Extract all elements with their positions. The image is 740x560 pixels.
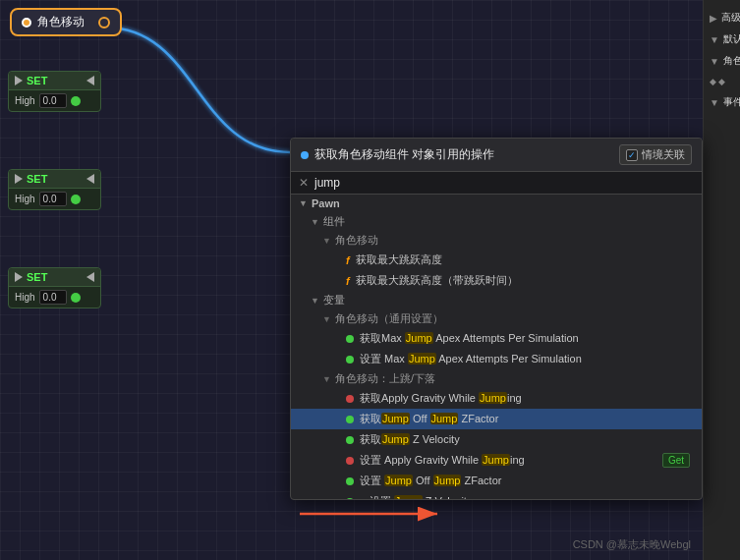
popup-header-dot (301, 151, 309, 159)
dot-jump-z-vel (346, 436, 354, 444)
set-node-1: SET High 0.0 (8, 71, 101, 112)
set-node-2-high-label: High (15, 194, 35, 204)
item-label-get-max-apex: 获取Max Jump Apex Attempts Per Simulation (360, 331, 579, 346)
get-badge: Get (662, 453, 690, 468)
sidebar-item-advanced[interactable]: ▶ 高级 (704, 8, 740, 28)
section-components[interactable]: ▼ 组件 (291, 212, 702, 231)
set-node-3: SET High 0.0 (8, 267, 101, 308)
popup-header-left: 获取角色移动组件 对象引用的操作 (301, 146, 494, 163)
checkbox-checkmark: ✓ (628, 150, 636, 160)
func-icon-1: f (346, 254, 350, 266)
pawn-tri: ▼ (299, 198, 308, 208)
dot-get-max-apex (346, 335, 354, 343)
set-node-1-header: SET (9, 72, 100, 90)
jump-fall-tri: ▼ (322, 374, 331, 384)
sidebar-arrow-advanced: ▶ (710, 13, 717, 24)
node-output-pin[interactable] (98, 17, 110, 28)
item-get-jump-z-velocity[interactable]: 获取Jump Z Velocity (291, 429, 702, 450)
set-node-3-output-pin[interactable] (86, 272, 94, 282)
dot-set-max-apex (346, 356, 354, 364)
components-label: 组件 (323, 214, 345, 229)
set-node-1-body: High 0.0 (9, 90, 100, 111)
sidebar-arrow-default: ▼ (710, 34, 719, 45)
charmove-label: 角色移动 (335, 233, 378, 248)
item-label-jump-z-vel: 获取Jump Z Velocity (360, 432, 460, 447)
set-node-2-value[interactable]: 0.0 (39, 192, 67, 206)
jump-fall-label: 角色移动：上跳/下落 (335, 371, 435, 386)
sidebar-item-events[interactable]: ◆ ◆ (704, 73, 740, 90)
section-variables[interactable]: ▼ 变量 (291, 291, 702, 309)
set-node-3-body: High 0.0 (9, 287, 100, 308)
charmove-general-tri: ▼ (322, 314, 331, 324)
item-get-max-jump-apex[interactable]: 获取Max Jump Apex Attempts Per Simulation (291, 328, 702, 349)
sidebar-label-default: 默认... (723, 32, 740, 46)
sidebar-item-default[interactable]: ▼ 默认... (704, 29, 740, 49)
pawn-label: Pawn (312, 197, 340, 209)
section-charmove-general[interactable]: ▼ 角色移动（通用设置） (291, 309, 702, 328)
sidebar-item-events-label[interactable]: ▼ 事件 (704, 92, 740, 112)
charmove-general-label: 角色移动（通用设置） (335, 311, 443, 326)
set-node-1-value[interactable]: 0.0 (39, 93, 67, 108)
sidebar-label-character: 角色... (723, 54, 740, 68)
set-node-2-output-pin[interactable] (86, 174, 94, 184)
variables-label: 变量 (323, 293, 345, 308)
set-node-1-output-pin[interactable] (86, 76, 94, 85)
search-clear-button[interactable]: ✕ (299, 176, 309, 190)
sidebar-arrow-events: ▼ (710, 97, 719, 108)
watermark: CSDN @慕志未晚Webgl (573, 537, 691, 552)
set-node-2: SET High 0.0 (8, 169, 101, 210)
item-label-get-max-jump-time: 获取最大跳跃高度（带跳跃时间） (356, 273, 518, 288)
components-tri: ▼ (311, 217, 319, 227)
set-label-2: SET (27, 173, 47, 185)
func-icon-2: f (346, 275, 350, 287)
popup-title: 获取角色移动组件 对象引用的操作 (314, 146, 494, 163)
sidebar-icon-diamond: ◆ (710, 77, 716, 86)
sidebar-icon-diamond2: ◆ (718, 77, 725, 86)
section-pawn[interactable]: ▼ Pawn (291, 195, 702, 212)
context-badge[interactable]: ✓ 情境关联 (619, 144, 692, 165)
character-move-node[interactable]: 角色移动 (10, 8, 122, 36)
dot-jump-off (346, 416, 354, 423)
set-node-2-pin[interactable] (71, 195, 81, 204)
item-set-max-jump-apex[interactable]: 设置 Max Jump Apex Attempts Per Simulation (291, 349, 702, 369)
sidebar-item-character[interactable]: ▼ 角色... (704, 51, 740, 71)
right-sidebar: ▶ 高级 ▼ 默认... ▼ 角色... ◆ ◆ ▼ 事件 (703, 0, 740, 560)
item-set-jump-z-velocity[interactable]: ● 设置 Jump Z Velocity (291, 491, 702, 499)
set-node-2-body: High 0.0 (9, 189, 100, 209)
set-label-1: SET (27, 75, 47, 86)
set-node-3-input-pin[interactable] (15, 272, 23, 282)
item-label-set-jump-z: ● 设置 Jump Z Velocity (360, 494, 472, 499)
item-get-jump-off-jump-z[interactable]: 获取Jump Off Jump ZFactor (291, 409, 702, 429)
action-search-popup: 获取角色移动组件 对象引用的操作 ✓ 情境关联 ✕ ▼ Pawn ▼ 组件 ▼ … (290, 138, 703, 500)
item-get-max-jump-time[interactable]: f 获取最大跳跃高度（带跳跃时间） (291, 270, 702, 291)
set-node-2-header: SET (9, 170, 100, 189)
set-node-2-input-pin[interactable] (15, 174, 23, 184)
popup-header: 获取角色移动组件 对象引用的操作 ✓ 情境关联 (291, 139, 702, 172)
set-node-1-pin[interactable] (71, 96, 81, 106)
search-input[interactable] (314, 176, 694, 190)
set-node-3-pin[interactable] (71, 293, 81, 303)
item-label-get-max-jump: 获取最大跳跃高度 (356, 252, 442, 267)
sidebar-label-advanced: 高级 (721, 11, 740, 25)
item-set-jump-off-jump-z[interactable]: 设置 Jump Off Jump ZFactor (291, 471, 702, 491)
node-dot (22, 18, 31, 28)
item-get-apply-gravity[interactable]: 获取Apply Gravity While Jumping (291, 388, 702, 409)
sidebar-arrow-character: ▼ (710, 56, 719, 67)
set-node-1-input-pin[interactable] (15, 76, 23, 85)
item-label-apply-gravity: 获取Apply Gravity While Jumping (360, 391, 522, 406)
context-checkbox[interactable]: ✓ (626, 149, 638, 161)
set-node-3-value[interactable]: 0.0 (39, 290, 67, 305)
item-get-max-jump-height[interactable]: f 获取最大跳跃高度 (291, 250, 702, 270)
variables-tri: ▼ (311, 296, 319, 306)
section-charmove[interactable]: ▼ 角色移动 (291, 231, 702, 250)
search-box: ✕ (291, 172, 702, 195)
item-label-set-jump-off: 设置 Jump Off Jump ZFactor (360, 474, 501, 488)
item-label-jump-off: 获取Jump Off Jump ZFactor (360, 412, 498, 426)
results-list[interactable]: ▼ Pawn ▼ 组件 ▼ 角色移动 f 获取最大跳跃高度 f 获取最大跳跃高度… (291, 195, 702, 499)
set-node-3-high-label: High (15, 292, 35, 303)
set-node-3-header: SET (9, 268, 100, 287)
item-set-apply-gravity[interactable]: 设置 Apply Gravity While Jumping Get (291, 450, 702, 471)
section-charmove-jump-fall[interactable]: ▼ 角色移动：上跳/下落 (291, 369, 702, 388)
item-label-set-apply-gravity: 设置 Apply Gravity While Jumping (360, 453, 525, 468)
dot-set-apply-gravity (346, 457, 354, 465)
